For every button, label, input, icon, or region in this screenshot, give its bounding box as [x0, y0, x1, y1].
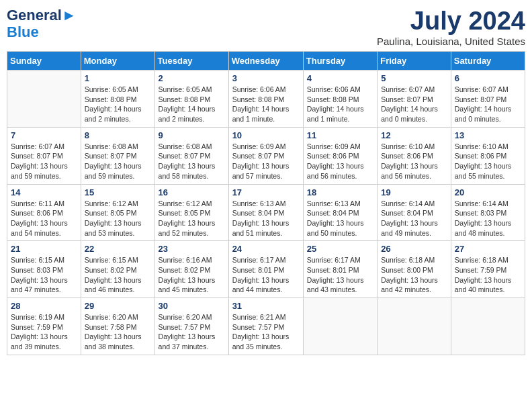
table-row: 28Sunrise: 6:19 AMSunset: 7:59 PMDayligh… [7, 298, 81, 355]
table-row: 13Sunrise: 6:10 AMSunset: 8:06 PMDayligh… [451, 127, 525, 184]
day-info: Sunrise: 6:16 AMSunset: 8:02 PMDaylight:… [159, 255, 225, 295]
day-info: Sunrise: 6:10 AMSunset: 8:06 PMDaylight:… [455, 142, 521, 181]
day-number: 12 [381, 130, 447, 140]
day-number: 9 [159, 130, 225, 140]
calendar-week-row: 1Sunrise: 6:05 AMSunset: 8:08 PMDaylight… [7, 71, 525, 128]
day-info: Sunrise: 6:18 AMSunset: 8:00 PMDaylight:… [381, 255, 447, 295]
day-info: Sunrise: 6:14 AMSunset: 8:04 PMDaylight:… [381, 199, 447, 238]
day-info: Sunrise: 6:09 AMSunset: 8:07 PMDaylight:… [232, 142, 300, 181]
day-number: 17 [232, 187, 300, 197]
main-title: July 2024 [377, 7, 525, 36]
col-tuesday: Tuesday [154, 52, 228, 71]
day-info: Sunrise: 6:18 AMSunset: 7:59 PMDaylight:… [455, 255, 521, 295]
day-number: 15 [85, 187, 151, 197]
col-saturday: Saturday [451, 52, 525, 71]
table-row: 19Sunrise: 6:14 AMSunset: 8:04 PMDayligh… [378, 184, 451, 241]
day-number: 5 [381, 73, 447, 83]
day-number: 6 [455, 73, 521, 83]
day-number: 2 [159, 73, 225, 83]
day-number: 8 [85, 130, 151, 140]
col-monday: Monday [81, 52, 154, 71]
logo-text-blue: Blue [7, 24, 39, 40]
day-number: 25 [307, 244, 373, 254]
day-info: Sunrise: 6:09 AMSunset: 8:06 PMDaylight:… [307, 142, 373, 181]
day-info: Sunrise: 6:15 AMSunset: 8:03 PMDaylight:… [11, 255, 77, 295]
title-block: July 2024 Paulina, Louisiana, United Sta… [377, 7, 525, 47]
table-row: 21Sunrise: 6:15 AMSunset: 8:03 PMDayligh… [7, 241, 81, 298]
table-row: 2Sunrise: 6:05 AMSunset: 8:08 PMDaylight… [154, 71, 228, 128]
day-number: 22 [85, 244, 151, 254]
calendar-table: Sunday Monday Tuesday Wednesday Thursday… [7, 51, 525, 355]
day-info: Sunrise: 6:13 AMSunset: 8:04 PMDaylight:… [307, 199, 373, 238]
table-row: 4Sunrise: 6:06 AMSunset: 8:08 PMDaylight… [303, 71, 377, 128]
day-info: Sunrise: 6:19 AMSunset: 7:59 PMDaylight:… [11, 312, 77, 352]
table-row: 27Sunrise: 6:18 AMSunset: 7:59 PMDayligh… [451, 241, 525, 298]
day-info: Sunrise: 6:10 AMSunset: 8:06 PMDaylight:… [381, 142, 447, 181]
table-row [451, 298, 525, 355]
calendar-week-row: 7Sunrise: 6:07 AMSunset: 8:07 PMDaylight… [7, 127, 525, 184]
table-row [7, 71, 81, 128]
table-row: 30Sunrise: 6:20 AMSunset: 7:57 PMDayligh… [154, 298, 228, 355]
table-row: 7Sunrise: 6:07 AMSunset: 8:07 PMDaylight… [7, 127, 81, 184]
col-sunday: Sunday [7, 52, 81, 71]
table-row: 25Sunrise: 6:17 AMSunset: 8:01 PMDayligh… [303, 241, 377, 298]
col-friday: Friday [378, 52, 451, 71]
day-info: Sunrise: 6:07 AMSunset: 8:07 PMDaylight:… [381, 85, 447, 124]
day-number: 13 [455, 130, 521, 140]
table-row: 20Sunrise: 6:14 AMSunset: 8:03 PMDayligh… [451, 184, 525, 241]
table-row: 16Sunrise: 6:12 AMSunset: 8:05 PMDayligh… [154, 184, 228, 241]
table-row: 12Sunrise: 6:10 AMSunset: 8:06 PMDayligh… [378, 127, 451, 184]
day-info: Sunrise: 6:15 AMSunset: 8:02 PMDaylight:… [85, 255, 151, 295]
table-row: 17Sunrise: 6:13 AMSunset: 8:04 PMDayligh… [228, 184, 303, 241]
day-info: Sunrise: 6:12 AMSunset: 8:05 PMDaylight:… [159, 199, 225, 238]
day-number: 4 [307, 73, 373, 83]
table-row [303, 298, 377, 355]
day-number: 20 [455, 187, 521, 197]
day-number: 11 [307, 130, 373, 140]
day-info: Sunrise: 6:05 AMSunset: 8:08 PMDaylight:… [85, 85, 151, 124]
subtitle: Paulina, Louisiana, United States [377, 36, 525, 47]
day-number: 30 [159, 301, 225, 311]
day-number: 27 [455, 244, 521, 254]
table-row: 10Sunrise: 6:09 AMSunset: 8:07 PMDayligh… [228, 127, 303, 184]
table-row: 18Sunrise: 6:13 AMSunset: 8:04 PMDayligh… [303, 184, 377, 241]
day-info: Sunrise: 6:07 AMSunset: 8:07 PMDaylight:… [11, 142, 77, 181]
logo: General ► Blue [7, 7, 77, 40]
logo-text-general: General [7, 7, 62, 24]
table-row: 6Sunrise: 6:07 AMSunset: 8:07 PMDaylight… [451, 71, 525, 128]
calendar-header-row: Sunday Monday Tuesday Wednesday Thursday… [7, 52, 525, 71]
day-info: Sunrise: 6:14 AMSunset: 8:03 PMDaylight:… [455, 199, 521, 238]
table-row: 22Sunrise: 6:15 AMSunset: 8:02 PMDayligh… [81, 241, 154, 298]
col-thursday: Thursday [303, 52, 377, 71]
col-wednesday: Wednesday [228, 52, 303, 71]
table-row [378, 298, 451, 355]
calendar-week-row: 28Sunrise: 6:19 AMSunset: 7:59 PMDayligh… [7, 298, 525, 355]
day-number: 23 [159, 244, 225, 254]
day-number: 16 [159, 187, 225, 197]
day-info: Sunrise: 6:05 AMSunset: 8:08 PMDaylight:… [159, 85, 225, 124]
calendar-week-row: 21Sunrise: 6:15 AMSunset: 8:03 PMDayligh… [7, 241, 525, 298]
day-info: Sunrise: 6:20 AMSunset: 7:58 PMDaylight:… [85, 312, 151, 352]
day-info: Sunrise: 6:13 AMSunset: 8:04 PMDaylight:… [232, 199, 300, 238]
table-row: 24Sunrise: 6:17 AMSunset: 8:01 PMDayligh… [228, 241, 303, 298]
table-row: 29Sunrise: 6:20 AMSunset: 7:58 PMDayligh… [81, 298, 154, 355]
day-info: Sunrise: 6:08 AMSunset: 8:07 PMDaylight:… [85, 142, 151, 181]
table-row: 3Sunrise: 6:06 AMSunset: 8:08 PMDaylight… [228, 71, 303, 128]
table-row: 11Sunrise: 6:09 AMSunset: 8:06 PMDayligh… [303, 127, 377, 184]
table-row: 23Sunrise: 6:16 AMSunset: 8:02 PMDayligh… [154, 241, 228, 298]
day-number: 31 [232, 301, 300, 311]
day-number: 7 [11, 130, 77, 140]
table-row: 15Sunrise: 6:12 AMSunset: 8:05 PMDayligh… [81, 184, 154, 241]
day-info: Sunrise: 6:12 AMSunset: 8:05 PMDaylight:… [85, 199, 151, 238]
table-row: 26Sunrise: 6:18 AMSunset: 8:00 PMDayligh… [378, 241, 451, 298]
day-number: 1 [85, 73, 151, 83]
day-number: 29 [85, 301, 151, 311]
day-info: Sunrise: 6:20 AMSunset: 7:57 PMDaylight:… [159, 312, 225, 352]
day-number: 24 [232, 244, 300, 254]
day-number: 21 [11, 244, 77, 254]
calendar-week-row: 14Sunrise: 6:11 AMSunset: 8:06 PMDayligh… [7, 184, 525, 241]
day-info: Sunrise: 6:17 AMSunset: 8:01 PMDaylight:… [307, 255, 373, 295]
day-info: Sunrise: 6:21 AMSunset: 7:57 PMDaylight:… [232, 312, 300, 352]
table-row: 14Sunrise: 6:11 AMSunset: 8:06 PMDayligh… [7, 184, 81, 241]
day-number: 28 [11, 301, 77, 311]
